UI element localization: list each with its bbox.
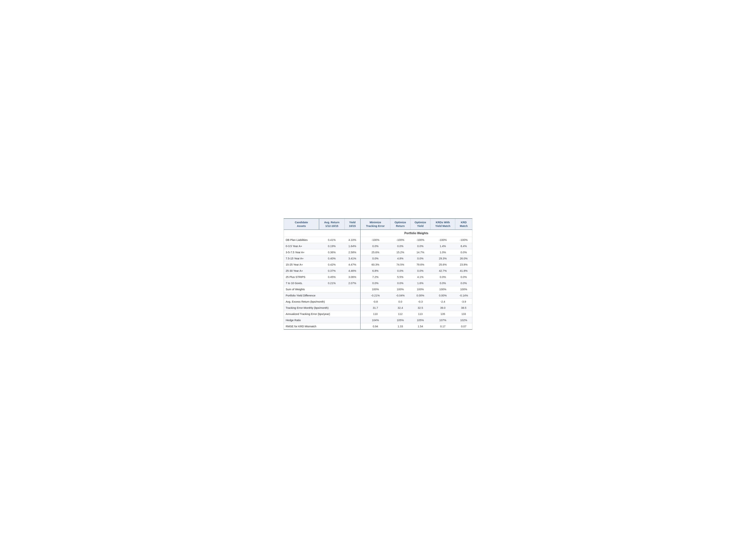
krds-ym-hr: 107% <box>430 317 455 323</box>
opt-yield-tem: 32.5 <box>410 305 430 311</box>
avg-return-25-30-year: 0.37% <box>319 268 344 274</box>
row-0-3-5-year: 0-3.5 Year A+ 0.19% 1.64% 0.0% 0.0% 0.0%… <box>284 243 472 249</box>
min-te-7-to-10-govts: 0.0% <box>360 280 390 286</box>
label-7-5-15-year: 7.5-15 Year A+ <box>284 255 319 261</box>
min-te-tem: 31.7 <box>360 305 390 311</box>
krds-ym-db-plan: -100% <box>430 237 455 243</box>
row-db-plan: DB Plan Liabilities 0.41% 4.10% -100% -1… <box>284 237 472 243</box>
header-krd-match: KRD Match <box>455 218 472 229</box>
krds-ym-ate: 135 <box>430 311 455 317</box>
min-te-25-30-year: 6.8% <box>360 268 390 274</box>
min-te-pyd: -0.21% <box>360 293 390 299</box>
main-table: Candidate Assets Avg. Return 1/12-10/15 … <box>284 218 472 330</box>
opt-return-ate: 112 <box>390 311 410 317</box>
krds-ym-7-to-10-govts: 0.0% <box>430 280 455 286</box>
min-te-sum: 100% <box>360 286 390 293</box>
min-te-3-5-7-5-year: 25.6% <box>360 249 390 255</box>
krd-match-15-25-year: 23.8% <box>455 261 472 268</box>
min-te-hr: 104% <box>360 317 390 323</box>
opt-yield-rmse: 1.54 <box>410 323 430 330</box>
header-optimize-return: Optimize Return <box>390 218 410 229</box>
row-7-to-10-govts: 7 to 10 Govts. 0.21% 2.07% 0.0% 0.0% 1.6… <box>284 280 472 286</box>
min-te-25-plus-strips: 7.2% <box>360 274 390 280</box>
opt-return-0-3-5-year: 0.0% <box>390 243 410 249</box>
krds-ym-25-plus-strips: 0.0% <box>430 274 455 280</box>
opt-return-rmse: 1.33 <box>390 323 410 330</box>
opt-yield-25-30-year: 0.0% <box>410 268 430 274</box>
avg-return-7-5-15-year: 0.40% <box>319 255 344 261</box>
label-avg-excess-return: Avg. Excess Return (bps/month) <box>284 299 360 305</box>
label-25-30-year: 25-30 Year A+ <box>284 268 319 274</box>
opt-return-25-30-year: 0.0% <box>390 268 410 274</box>
label-portfolio-yield-diff: Portfolio Yield Difference <box>284 293 360 299</box>
opt-return-pyd: -0.04% <box>390 293 410 299</box>
krds-ym-rmse: 0.17 <box>430 323 455 330</box>
opt-return-hr: 105% <box>390 317 410 323</box>
krds-ym-pyd: 0.00% <box>430 293 455 299</box>
min-te-db-plan: -100% <box>360 237 390 243</box>
row-sum-of-weights: Sum of Weights 100% 100% 100% 100% 100% <box>284 286 472 293</box>
krd-match-aer: -3.9 <box>455 299 472 305</box>
opt-return-15-25-year: 74.5% <box>390 261 410 268</box>
label-sum-of-weights: Sum of Weights <box>284 286 360 293</box>
opt-return-aer: 0.0 <box>390 299 410 305</box>
opt-yield-hr: 105% <box>410 317 430 323</box>
yield-15-25-year: 4.47% <box>344 261 360 268</box>
opt-yield-sum: 100% <box>410 286 430 293</box>
header-krds-yield-match: KRDs With Yield Match <box>430 218 455 229</box>
opt-return-25-plus-strips: 5.5% <box>390 274 410 280</box>
avg-return-3-5-7-5-year: 0.36% <box>319 249 344 255</box>
row-7-5-15-year: 7.5-15 Year A+ 0.40% 3.41% 0.0% 4.8% 0.0… <box>284 255 472 261</box>
krd-match-7-5-15-year: 26.0% <box>455 255 472 261</box>
min-te-aer: -0.8 <box>360 299 390 305</box>
krds-ym-7-5-15-year: 29.3% <box>430 255 455 261</box>
min-te-7-5-15-year: 0.0% <box>360 255 390 261</box>
opt-return-7-5-15-year: 4.8% <box>390 255 410 261</box>
krd-match-hr: 102% <box>455 317 472 323</box>
label-rmse-krd-mismatch: RMSE for KRD Mismatch <box>284 323 360 330</box>
krd-match-sum: 100% <box>455 286 472 293</box>
label-15-25-year: 15-25 Year A+ <box>284 261 319 268</box>
opt-yield-15-25-year: 79.6% <box>410 261 430 268</box>
krd-match-7-to-10-govts: 0.0% <box>455 280 472 286</box>
krd-match-25-plus-strips: 0.0% <box>455 274 472 280</box>
krd-match-3-5-7-5-year: 0.0% <box>455 249 472 255</box>
header-minimize-tracking-error: Minimize Tracking Error <box>360 218 390 229</box>
krds-ym-3-5-7-5-year: 1.0% <box>430 249 455 255</box>
yield-db-plan: 4.10% <box>344 237 360 243</box>
label-annualized-tracking-error: Annualized Tracking Error (bps/year) <box>284 311 360 317</box>
row-25-30-year: 25-30 Year A+ 0.37% 4.46% 6.8% 0.0% 0.0%… <box>284 268 472 274</box>
opt-return-tem: 32.4 <box>390 305 410 311</box>
header-candidate-assets: Candidate Assets <box>284 218 319 229</box>
yield-25-plus-strips: 3.06% <box>344 274 360 280</box>
opt-yield-3-5-7-5-year: 14.7% <box>410 249 430 255</box>
header-optimize-yield: Optimize Yield <box>410 218 430 229</box>
krd-match-25-30-year: 41.8% <box>455 268 472 274</box>
label-hedge-ratio: Hedge Ratio <box>284 317 360 323</box>
row-tracking-error-monthly: Tracking Error-Monthly (bps/month) 31.7 … <box>284 305 472 311</box>
krd-match-db-plan: -100% <box>455 237 472 243</box>
row-3-5-7-5-year: 3-5-7.5 Year A+ 0.36% 2.58% 25.6% 15.2% … <box>284 249 472 255</box>
avg-return-7-to-10-govts: 0.21% <box>319 280 344 286</box>
krds-ym-aer: -2.4 <box>430 299 455 305</box>
avg-return-0-3-5-year: 0.19% <box>319 243 344 249</box>
min-te-15-25-year: 60.3% <box>360 261 390 268</box>
avg-return-25-plus-strips: 0.45% <box>319 274 344 280</box>
yield-0-3-5-year: 1.64% <box>344 243 360 249</box>
opt-return-3-5-7-5-year: 15.2% <box>390 249 410 255</box>
row-portfolio-yield-diff: Portfolio Yield Difference -0.21% -0.04%… <box>284 293 472 299</box>
krds-ym-sum: 100% <box>430 286 455 293</box>
row-25-plus-strips: 25 Plus STRIPS 0.45% 3.06% 7.2% 5.5% 4.1… <box>284 274 472 280</box>
label-25-plus-strips: 25 Plus STRIPS <box>284 274 319 280</box>
opt-return-7-to-10-govts: 0.0% <box>390 280 410 286</box>
krd-match-0-3-5-year: 8.4% <box>455 243 472 249</box>
header-yield: Yield 10/15 <box>344 218 360 229</box>
opt-return-sum: 100% <box>390 286 410 293</box>
krd-match-rmse: 0.07 <box>455 323 472 330</box>
krds-ym-25-30-year: 42.7% <box>430 268 455 274</box>
krd-match-pyd: -0.14% <box>455 293 472 299</box>
label-tracking-error-monthly: Tracking Error-Monthly (bps/month) <box>284 305 360 311</box>
header-avg-return: Avg. Return 1/12-10/15 <box>319 218 344 229</box>
opt-yield-pyd: 0.00% <box>410 293 430 299</box>
yield-7-to-10-govts: 2.07% <box>344 280 360 286</box>
